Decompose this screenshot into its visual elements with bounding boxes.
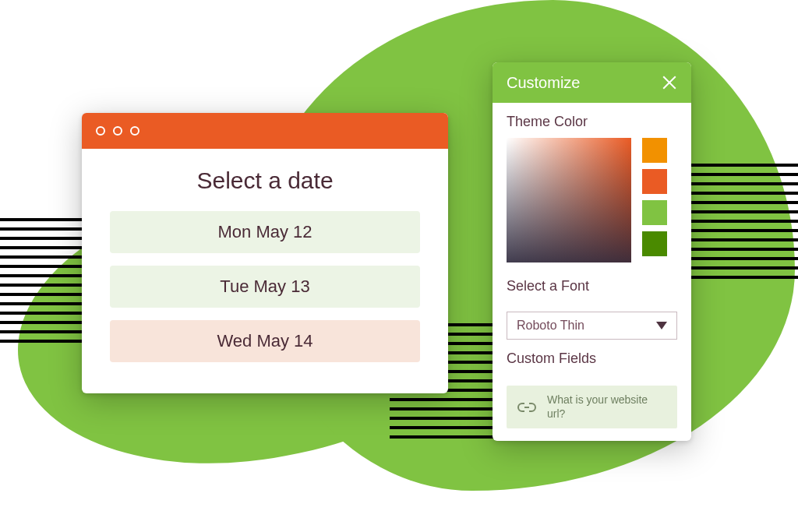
date-option[interactable]: Mon May 12 <box>110 211 420 253</box>
customize-panel: Customize Theme Color Select a Font Robo… <box>493 62 691 441</box>
date-select-window: Select a date Mon May 12Tue May 13Wed Ma… <box>82 113 448 393</box>
close-icon[interactable] <box>660 74 677 91</box>
color-swatch[interactable] <box>642 169 667 194</box>
chevron-down-icon <box>656 322 667 329</box>
window-titlebar <box>82 113 448 149</box>
window-control-dot[interactable] <box>96 126 105 136</box>
customize-header: Customize <box>493 62 691 103</box>
date-option[interactable]: Wed May 14 <box>110 320 420 362</box>
theme-color-label: Theme Color <box>507 114 677 130</box>
custom-field-item[interactable]: What is your website url? <box>507 386 677 428</box>
customize-title: Customize <box>507 74 580 92</box>
font-select-dropdown[interactable]: Roboto Thin <box>507 312 677 340</box>
date-select-title: Select a date <box>110 167 420 194</box>
font-select-value: Roboto Thin <box>517 319 584 333</box>
color-swatch[interactable] <box>642 138 667 163</box>
date-option[interactable]: Tue May 13 <box>110 266 420 308</box>
color-swatch[interactable] <box>642 231 667 256</box>
window-control-dot[interactable] <box>130 126 139 136</box>
link-icon <box>516 396 538 418</box>
custom-field-prompt: What is your website url? <box>547 393 668 421</box>
font-select-label: Select a Font <box>507 278 677 294</box>
color-gradient-picker[interactable] <box>507 138 631 262</box>
color-swatch[interactable] <box>642 200 667 225</box>
window-control-dot[interactable] <box>113 126 122 136</box>
custom-fields-label: Custom Fields <box>507 351 677 367</box>
